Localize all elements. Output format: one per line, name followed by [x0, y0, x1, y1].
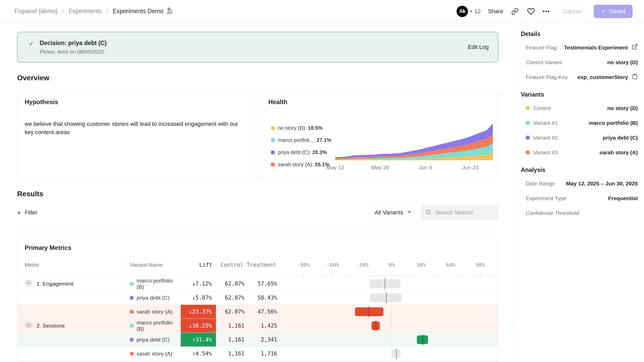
favorite-heart-icon[interactable] [527, 7, 535, 16]
control-value: 62.07% [216, 277, 247, 291]
table-row[interactable]: sarah story (A) ↑4.54% 1,161 1,716 [17, 347, 498, 361]
variant-swatch [130, 338, 134, 342]
details-section: Details Feature Flag Testimonials Experi… [521, 31, 638, 84]
variant-swatch [130, 282, 134, 286]
results-divider [17, 226, 498, 226]
edit-log-button[interactable]: Edit Log [468, 44, 489, 50]
decision-check-icon: ✓ [29, 40, 34, 47]
lift-value: ↑4.54% [181, 347, 216, 360]
table-row[interactable]: priya debt (C) ↓5.87% 62.07% 58.43% [17, 291, 498, 305]
analysis-row: Confidence Threshold [521, 206, 638, 220]
variant-row: Variant #2 priya debt (C) [521, 130, 638, 145]
variant-swatch [526, 136, 530, 140]
legend-swatch [271, 138, 275, 142]
variant-row: Control no story (D) [521, 101, 638, 115]
chevron-down-icon [407, 209, 412, 216]
treatment-value: 47.56% [247, 305, 280, 318]
microscope-icon [166, 7, 173, 16]
metric-target-icon [25, 321, 32, 330]
analysis-row: Experiment Type Frequentist [521, 191, 638, 206]
hypothesis-body: we believe that showing customer stories… [17, 112, 246, 144]
treatment-value: 1,425 [247, 319, 280, 332]
variant-swatch [526, 150, 530, 154]
results-heading: Results [17, 190, 498, 198]
metric-name: 2. Sessions [37, 323, 65, 329]
confidence-interval-bar [370, 293, 402, 302]
variant-swatch [130, 310, 134, 314]
health-card: Health no story (D): 18.5% marco portfol… [261, 92, 498, 178]
confidence-interval-cell [280, 333, 498, 346]
variants-title: Variants [521, 91, 638, 98]
table-row[interactable]: 1. Engagement marco portfolio (B) ↓7.12%… [17, 277, 498, 291]
confidence-interval-cell [280, 277, 498, 291]
table-row[interactable]: priya debt (C) ↑31.4% 1,161 2,341 [17, 333, 498, 347]
legend-item: sarah story (A): 26.1% [271, 158, 334, 171]
hypothesis-title: Hypothesis [25, 98, 58, 105]
variant-swatch [526, 121, 530, 125]
lift-value: ↓7.12% [181, 277, 216, 291]
confidence-interval-cell [280, 305, 498, 318]
health-chart-x-label: Jun 23 [462, 164, 479, 171]
legend-swatch [271, 150, 275, 154]
copy-link-icon[interactable] [510, 7, 519, 16]
legend-item: marco portfoli...: 27.1% [271, 134, 334, 146]
confidence-interval-cell [280, 347, 498, 360]
experiment-page: Fixpanel {demo} / Experiments / Experime… [0, 0, 644, 362]
confidence-interval-bar [355, 307, 383, 316]
treatment-value: 58.43% [247, 291, 280, 305]
detail-row: Feature Flag Testimonials Experiment [521, 40, 638, 55]
health-chart-x-label: Jun 9 [419, 164, 432, 171]
lift-value: ↓5.87% [181, 291, 216, 305]
details-title: Details [521, 31, 638, 38]
variant-swatch [130, 296, 134, 300]
main-content: ✓ Decision: priya debt (C) Picker, Amit … [0, 23, 515, 362]
axis-tick-strip [288, 271, 496, 277]
primary-metrics-card: Primary Metrics Metric Variant Name Lift… [17, 237, 498, 362]
copy-icon[interactable] [632, 74, 638, 81]
external-link-icon[interactable] [632, 44, 638, 51]
analysis-row: Date Range May 12, 2025 – Jun 30, 2025 [521, 176, 638, 191]
breadcrumb-app[interactable]: Fixpanel {demo} [15, 8, 58, 15]
primary-metrics-title: Primary Metrics [25, 244, 71, 251]
results-toolbar: + Filter All Variants [17, 205, 498, 220]
breadcrumb-current: Experiments Demo [113, 7, 173, 16]
breadcrumb-experiments[interactable]: Experiments [69, 8, 102, 15]
table-row[interactable]: sarah story (A) ↓23.37% 62.07% 47.56% [17, 305, 498, 319]
top-bar: Fixpanel {demo} / Experiments / Experime… [0, 0, 644, 23]
confidence-interval-bar [417, 335, 428, 344]
more-menu-icon[interactable]: ••• [543, 8, 550, 15]
check-icon: ✓ [601, 8, 606, 15]
variant-swatch [130, 324, 134, 328]
table-row[interactable]: 2. Sessions marco portfolio (B) ↓16.25% … [17, 319, 498, 333]
control-value: 1,161 [216, 319, 247, 332]
variant-swatch [130, 352, 134, 356]
table-header: Metric Variant Name Lift Control Treatme… [17, 258, 498, 277]
collaborators-count[interactable]: + 12 [470, 8, 481, 15]
health-legend: no story (D): 18.5% marco portfoli...: 2… [271, 112, 334, 179]
share-button[interactable]: Share [488, 8, 503, 15]
variant-swatch [526, 106, 530, 110]
breadcrumb-separator: / [106, 8, 108, 15]
add-metric-button[interactable]: + Add [17, 361, 498, 362]
analysis-title: Analysis [521, 166, 638, 173]
variants-section: Variants Control no story (D) Variant #1… [521, 91, 638, 160]
variants-dropdown[interactable]: All Variants [369, 205, 418, 220]
treatment-value: 57.65% [247, 277, 280, 291]
health-chart-x-label: May 12 [326, 164, 344, 171]
search-metrics-input[interactable] [435, 209, 492, 216]
saved-button[interactable]: ✓ Saved [594, 5, 633, 18]
metric-name: 1. Engagement [37, 281, 73, 287]
detail-row: Feature Flag Key exp_customerStory [521, 70, 638, 84]
control-value: 1,161 [216, 333, 247, 346]
add-filter-button[interactable]: + Filter [17, 209, 37, 217]
details-sidebar: Details Feature Flag Testimonials Experi… [515, 23, 644, 362]
feature-flag-link[interactable]: Testimonials Experiment [564, 45, 628, 51]
overview-heading: Overview [17, 74, 498, 82]
legend-swatch [271, 163, 275, 166]
plus-icon: + [17, 209, 21, 217]
decision-title: Decision: priya debt (C) [40, 40, 468, 47]
breadcrumb-separator: / [62, 8, 64, 15]
cancel-button[interactable]: Cancel [557, 5, 586, 18]
avatar[interactable]: Ak [457, 6, 468, 17]
confidence-interval-bar [372, 321, 380, 330]
